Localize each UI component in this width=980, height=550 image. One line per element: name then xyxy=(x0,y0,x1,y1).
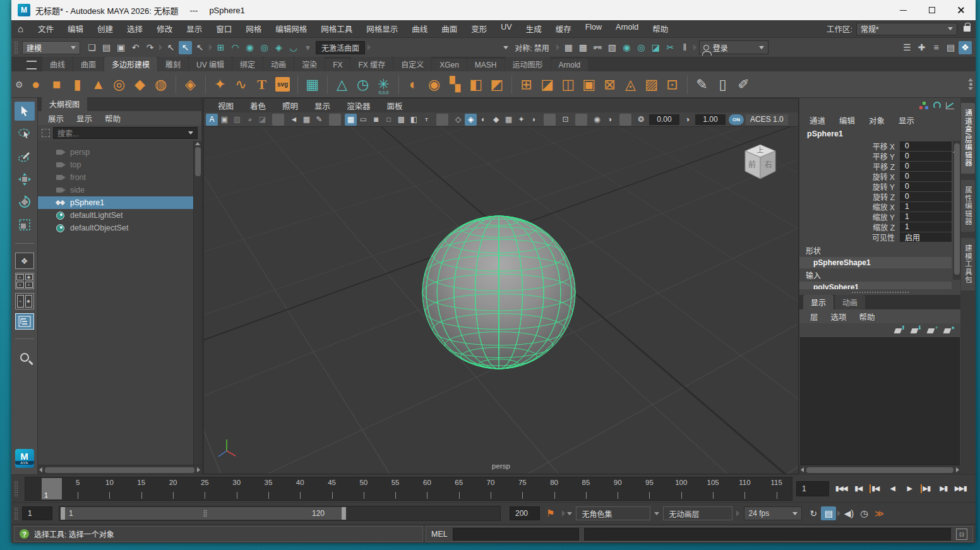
isolate-select-icon[interactable]: ⊡ xyxy=(559,114,571,126)
fps-select[interactable]: 24 fps xyxy=(744,506,802,520)
scale-tool[interactable] xyxy=(15,215,35,234)
film-gate-icon[interactable]: ▭ xyxy=(357,114,369,126)
go-to-end-button[interactable]: ▶▶▮ xyxy=(952,481,969,497)
gamma-icon[interactable]: ◑ xyxy=(681,114,693,126)
active-surface-field[interactable]: 无激活曲面 xyxy=(316,41,365,54)
outliner-item[interactable]: top xyxy=(38,158,201,171)
separator[interactable] xyxy=(511,75,512,94)
separator[interactable] xyxy=(297,75,298,94)
loop-playback-icon[interactable]: ↻ xyxy=(806,506,821,520)
mirror-geometry-icon[interactable]: ◐ xyxy=(404,75,423,95)
channel-value-field[interactable]: 启用 xyxy=(900,232,952,242)
new-scene-icon[interactable]: ❏ xyxy=(85,41,99,54)
playblast-icon[interactable]: ▤ xyxy=(821,506,836,520)
undo-icon[interactable]: ↶ xyxy=(129,41,142,54)
add-layer-icon[interactable]: + xyxy=(928,326,938,334)
poly-plane-icon[interactable]: ◆ xyxy=(131,75,150,95)
menubar-item[interactable]: 创建 xyxy=(90,20,120,37)
shelf-tab[interactable]: 雕刻 xyxy=(158,57,188,71)
outliner-item[interactable]: front xyxy=(38,171,201,184)
animation-end-field[interactable]: 200 xyxy=(510,506,540,520)
colorspace-label[interactable]: ACES 1.0 xyxy=(746,114,788,125)
time-slider[interactable]: 1 51015202530354045505560657075808590951… xyxy=(25,477,792,501)
shelf-tab[interactable]: 绑定 xyxy=(232,57,263,71)
channel-value-field[interactable]: 0 xyxy=(900,192,952,201)
attribute-editor-toggle-icon[interactable]: ▤ xyxy=(944,41,957,54)
menubar-item[interactable]: 帮助 xyxy=(645,20,675,37)
channel-box-menu-item[interactable]: 编辑 xyxy=(833,112,861,128)
snap-origin-icon[interactable]: ✳0,0,0 xyxy=(374,75,393,95)
render-current-frame-icon[interactable]: ▩ xyxy=(577,41,590,54)
exposure-field[interactable]: 0.00 xyxy=(649,114,679,125)
camera-aim-icon[interactable]: △ xyxy=(333,75,352,95)
evaluation-mode-icon[interactable]: ≫ xyxy=(871,506,887,520)
snap-view-plane-icon[interactable]: ◈ xyxy=(272,41,285,54)
menubar-item[interactable]: 修改 xyxy=(150,20,179,37)
xray-icon[interactable]: ◉ xyxy=(591,114,603,126)
texture-view-icon[interactable]: ◉ xyxy=(620,41,633,54)
character-controls-icon[interactable]: ✚ xyxy=(915,41,928,54)
range-slider-track[interactable]: 1 120 xyxy=(59,506,501,521)
lock-workspace-icon[interactable] xyxy=(964,26,971,32)
menubar-item[interactable]: 显示 xyxy=(179,20,209,37)
hypershade-icon[interactable]: ◎ xyxy=(635,41,648,54)
modeling-toolkit-toggle-icon[interactable]: ❖ xyxy=(959,41,972,54)
poly-torus-icon[interactable]: ◎ xyxy=(110,75,129,95)
separator[interactable] xyxy=(619,114,631,126)
current-frame-field[interactable]: 1 xyxy=(796,481,829,496)
bookmark-view-icon[interactable]: ◕ xyxy=(244,114,256,126)
animation-curve-icon[interactable] xyxy=(946,102,954,109)
menubar-item[interactable]: 窗口 xyxy=(209,20,239,37)
move-tool[interactable] xyxy=(15,170,35,189)
safe-title-icon[interactable]: T xyxy=(421,114,433,126)
open-scene-icon[interactable]: ▤ xyxy=(100,41,113,54)
shelf-tab[interactable]: 自定义 xyxy=(393,57,431,71)
extrude-icon[interactable]: ⊞ xyxy=(517,75,536,95)
menubar-item[interactable]: 网格工具 xyxy=(314,20,359,37)
make-live-icon[interactable]: ◡ xyxy=(287,41,300,54)
minimize-button[interactable] xyxy=(888,0,917,20)
bridge-icon[interactable]: ◫ xyxy=(559,75,578,95)
login-dropdown[interactable]: 登录 xyxy=(699,40,768,54)
audio-mute-icon[interactable]: ◀) xyxy=(841,506,856,520)
shelf-scroll-control[interactable] xyxy=(968,78,974,90)
poly-cube-icon[interactable]: ■ xyxy=(47,75,66,95)
menubar-item[interactable]: 曲线 xyxy=(405,20,434,37)
view-cube[interactable]: 上 前 右 xyxy=(740,142,780,188)
channel-box-scrollbar[interactable] xyxy=(953,141,960,280)
time-slider-grip[interactable] xyxy=(14,481,18,497)
fill-hole-icon[interactable]: ▣ xyxy=(580,75,599,95)
range-grip[interactable] xyxy=(203,510,207,517)
input-output-connections-icon[interactable] xyxy=(919,102,928,109)
outliner-vertical-scrollbar[interactable] xyxy=(193,141,201,465)
channel-value-field[interactable]: 1 xyxy=(900,202,952,212)
lighting-icon[interactable]: ◪ xyxy=(649,41,662,54)
current-time-marker[interactable]: 1 xyxy=(42,478,62,499)
gamma-field[interactable]: 1.00 xyxy=(695,114,726,125)
sidebar-tab[interactable]: 通道盒/层编辑器 xyxy=(961,103,975,174)
shaded-mode-icon[interactable]: ◈ xyxy=(465,114,477,126)
channel-value-field[interactable]: 0 xyxy=(900,182,952,191)
home-icon[interactable]: ⌂ xyxy=(18,23,23,34)
chevron-down-icon[interactable] xyxy=(654,512,659,515)
shelf-tab[interactable]: Arnold xyxy=(551,59,589,71)
image-plane-icon[interactable]: ◪ xyxy=(256,114,268,126)
viewport-menu-item[interactable]: 渲染器 xyxy=(339,98,378,114)
ipr-render-icon[interactable]: IPR xyxy=(591,41,604,54)
sphere-wireframe[interactable] xyxy=(204,127,798,474)
time-editor-icon[interactable]: ◷ xyxy=(354,75,373,95)
poly-sphere-icon[interactable]: ● xyxy=(27,75,45,95)
shelf-tab[interactable]: FX 缓存 xyxy=(350,57,393,71)
outliner-menu-item[interactable]: 显示 xyxy=(71,111,97,126)
wireframe-mode-icon[interactable]: ◇ xyxy=(452,114,464,126)
camera-attributes-icon[interactable]: ▨ xyxy=(231,114,243,126)
layer-editor-tab[interactable]: 显示 xyxy=(803,295,834,309)
menubar-item[interactable]: 网格 xyxy=(239,20,268,37)
channel-box-menu-item[interactable]: 通道 xyxy=(803,112,832,128)
layer-editor-tab[interactable]: 动画 xyxy=(835,295,865,309)
channel-value-field[interactable]: 1 xyxy=(900,222,952,232)
snap-point-icon[interactable]: ◉ xyxy=(243,41,256,54)
layer-editor-menu-item[interactable]: 选项 xyxy=(825,309,852,324)
rotate-tool[interactable] xyxy=(15,193,35,212)
separator[interactable] xyxy=(158,41,163,54)
